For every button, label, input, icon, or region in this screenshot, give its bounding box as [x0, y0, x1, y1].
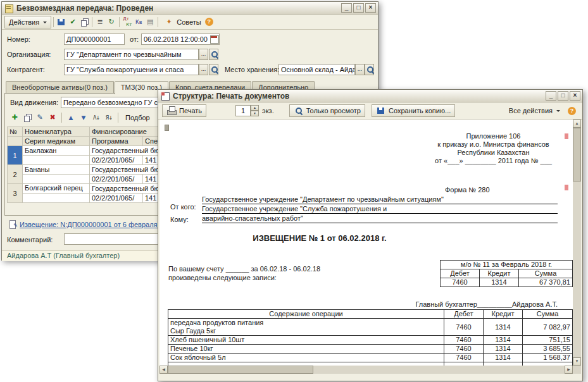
cell-series[interactable] [23, 194, 90, 203]
window-title: Безвозмездная передача: Проведен [16, 4, 153, 13]
kv-icon[interactable] [134, 17, 144, 27]
ops-credit: 1314 [484, 354, 523, 362]
preview-only-button[interactable]: Только просмотр [289, 104, 365, 117]
toolbar-divider [158, 17, 158, 27]
from-label: От кого: [170, 203, 196, 211]
contractor-field[interactable]: ГУ "Служба пожаротушения и спаса [64, 64, 199, 75]
actions-menu-button[interactable]: Действия [4, 16, 51, 28]
col-series[interactable]: Серия медикам [23, 137, 90, 146]
help-button[interactable]: ? [568, 107, 576, 115]
maximize-button[interactable]: □ [558, 91, 568, 101]
cell-nomenclature[interactable]: Баклажан [23, 146, 90, 156]
toolbar-divider [119, 17, 120, 27]
ops-sum: 7 082,97 [523, 319, 573, 336]
print-area-marker-icon [165, 125, 169, 131]
scroll-down-icon[interactable]: ▼ [573, 357, 581, 366]
summary-sum-header: Сумма [519, 269, 573, 278]
copy-icon[interactable] [79, 17, 89, 27]
col-nomenclature[interactable]: Номенклатура [23, 127, 90, 137]
date-value: 06.02.2018 12:00:00 [144, 35, 208, 43]
tips-label: Советы [177, 18, 201, 26]
appendix-line: Республики Казахстан [425, 149, 561, 157]
spin-up-icon[interactable]: ▲ [251, 105, 259, 111]
minimize-button[interactable]: _ [546, 91, 556, 101]
calendar-icon[interactable] [210, 34, 219, 44]
print-window-titlebar[interactable]: Структура: Печать документов _ □ × [158, 90, 582, 102]
cell-program[interactable]: 02/2/201/065/ [90, 156, 143, 165]
help-button[interactable]: ? [205, 18, 213, 26]
col-number[interactable]: № [8, 127, 23, 137]
tips-button[interactable]: Советы [160, 16, 204, 28]
summary-debit: 7460 [441, 278, 480, 287]
notice-link[interactable]: Извещение: N:ДП000000001 от 6 февраля 20… [20, 221, 171, 228]
save-icon[interactable] [56, 17, 66, 27]
report-icon[interactable] [145, 17, 155, 27]
contractor-ellipsis-button[interactable]: ... [199, 64, 208, 75]
date-field[interactable]: 06.02.2018 12:00:00 [141, 34, 220, 45]
ops-debit: 7460 [444, 336, 484, 345]
scroll-up-icon[interactable]: ▲ [573, 120, 581, 128]
col-program[interactable]: Программа [90, 137, 143, 146]
scroll-left-icon[interactable]: ◀ [160, 366, 168, 374]
tab-noncurrent-assets[interactable]: Внеоборотные активы(0 поз.) [6, 81, 114, 94]
window-title: Структура: Печать документов [173, 92, 289, 101]
add-row-icon[interactable] [9, 113, 20, 123]
ops-credit: 1314 [484, 336, 523, 345]
cell-program[interactable]: 02/2/201/065/ [90, 194, 143, 203]
close-button[interactable]: × [365, 3, 376, 13]
organization-field[interactable]: ГУ "Департамент по чрезвычайным [64, 49, 199, 60]
copy-row-icon[interactable] [22, 113, 32, 123]
organization-ellipsis-button[interactable]: ... [199, 49, 208, 60]
row-number: 2 [8, 165, 23, 184]
ops-sum: 3 685,55 [523, 345, 573, 354]
cell-nomenclature[interactable]: Бананы [23, 165, 90, 175]
document-window-titlebar[interactable]: Безвозмездная передача: Проведен _ □ × [2, 2, 378, 15]
postings-dtkt-icon[interactable] [122, 17, 132, 27]
warehouse-field[interactable]: Основной склад - Айдарова А.Т. - От [278, 64, 355, 75]
document-page[interactable]: Приложение 106 к приказу и.о. Министра ф… [160, 120, 573, 366]
preview-icon [294, 106, 304, 116]
vertical-scroll-thumb[interactable] [573, 128, 581, 182]
ops-sum-header: Сумма [523, 310, 573, 319]
warehouse-ellipsis-button[interactable]: ... [355, 64, 365, 75]
cell-series[interactable] [23, 156, 90, 165]
save-copy-button[interactable]: Сохранить копию... [372, 104, 455, 117]
minimize-button[interactable]: _ [341, 3, 352, 13]
podbor-button[interactable]: Подбор [122, 111, 154, 124]
maximize-button[interactable]: □ [353, 3, 364, 13]
cell-program[interactable]: 02/2/201/065/ [90, 175, 143, 184]
sort-descending-icon[interactable] [104, 113, 114, 123]
ops-content: Сок яблочный 5л [168, 354, 444, 362]
print-preview-window: Структура: Печать документов _ □ × Печат… [158, 89, 583, 381]
scroll-right-icon[interactable]: ▶ [565, 366, 573, 374]
sort-ascending-icon[interactable] [91, 113, 101, 123]
structure-icon[interactable] [95, 17, 105, 27]
refresh-icon[interactable] [106, 17, 116, 27]
close-button[interactable]: × [570, 91, 580, 101]
operation-row: Печенье 10кг 7460 1314 3 685,55 [168, 345, 573, 354]
tips-icon [164, 17, 174, 27]
number-field[interactable]: ДП000000001 [64, 34, 125, 45]
appendix-line: к приказу и.о. Министра финансов [425, 140, 561, 149]
print-label: Печать [179, 107, 202, 114]
spin-down-icon[interactable]: ▼ [251, 111, 259, 116]
move-up-icon[interactable] [66, 113, 76, 123]
warehouse-lookup-button[interactable] [365, 64, 374, 75]
edit-row-icon[interactable] [35, 113, 45, 123]
operations-header-row: Содержание операции Дебет Кредит Сумма [168, 310, 573, 319]
print-button[interactable]: Печать [162, 104, 206, 117]
copies-input[interactable]: 1 [235, 105, 251, 116]
organization-lookup-button[interactable] [209, 49, 218, 60]
delete-row-icon[interactable] [47, 113, 58, 123]
mo-caption: м/о № 11 за Февраль 2018 г. [441, 261, 573, 269]
horizontal-scrollbar[interactable]: ◀ ▶ [160, 366, 573, 374]
move-down-icon[interactable] [78, 113, 89, 123]
toolbar-divider [118, 113, 118, 123]
cell-nomenclature[interactable]: Болгарский перец [23, 184, 90, 194]
cell-series[interactable] [23, 175, 90, 184]
vertical-scrollbar[interactable]: ▲ ▼ [573, 120, 581, 366]
horizontal-scroll-thumb[interactable] [168, 366, 313, 374]
contractor-lookup-button[interactable] [209, 64, 218, 75]
post-document-icon[interactable] [68, 17, 78, 27]
all-actions-button[interactable]: Все действия [505, 104, 564, 117]
